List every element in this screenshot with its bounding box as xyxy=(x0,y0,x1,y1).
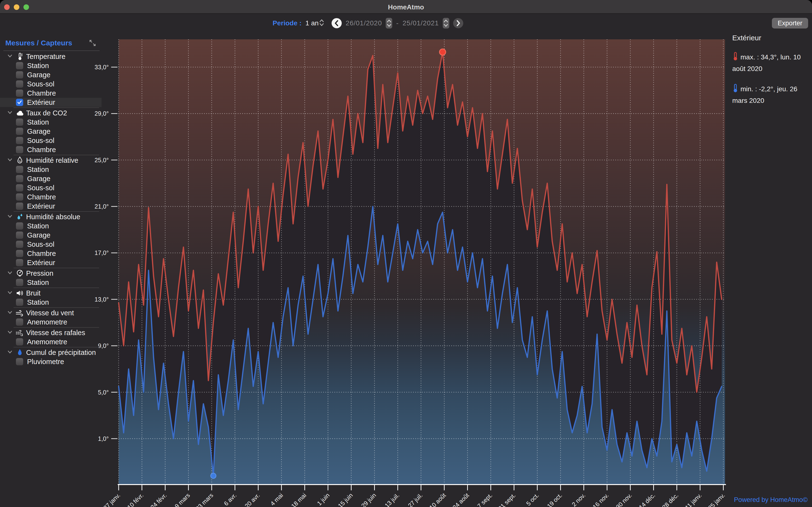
sensor-item-station[interactable]: Station xyxy=(0,278,101,287)
sensor-group-bruit[interactable]: Bruit xyxy=(0,288,101,298)
temperature-chart[interactable]: 33,0°29,0°25,0°21,0°17,0°13,0°9,0°5,0°1,… xyxy=(0,0,812,507)
sensor-item-ext-rieur[interactable]: Extérieur xyxy=(0,202,101,211)
sensor-label: Garage xyxy=(27,71,51,79)
group-label: Temperature xyxy=(26,53,65,61)
checkbox-unchecked[interactable] xyxy=(16,119,23,126)
checkbox-unchecked[interactable] xyxy=(16,137,23,144)
powered-by-link[interactable]: Powered by HomeAtmo© xyxy=(734,496,808,504)
checkbox-unchecked[interactable] xyxy=(16,358,23,365)
chevron-down-icon[interactable] xyxy=(7,270,15,277)
sensor-item-sous-sol[interactable]: Sous-sol xyxy=(0,183,101,192)
cloud-icon xyxy=(15,109,24,117)
x-tick-label: 27 juil. xyxy=(407,492,424,507)
sensor-item-pluviometre[interactable]: Pluviometre xyxy=(0,357,101,366)
sensor-item-ext-rieur[interactable]: Extérieur xyxy=(0,98,101,107)
x-tick-label: 14 déc. xyxy=(638,492,656,507)
sensor-label: Pluviometre xyxy=(27,358,64,366)
checkbox-unchecked[interactable] xyxy=(16,128,23,135)
checkbox-unchecked[interactable] xyxy=(16,71,23,78)
chevron-down-icon[interactable] xyxy=(7,329,15,336)
sensor-item-sous-sol[interactable]: Sous-sol xyxy=(0,79,101,89)
checkbox-unchecked[interactable] xyxy=(16,222,23,230)
group-divider xyxy=(13,211,99,212)
checkbox-unchecked[interactable] xyxy=(16,259,23,266)
checkbox-unchecked[interactable] xyxy=(16,338,23,345)
sensor-label: Station xyxy=(27,279,49,287)
checkbox-unchecked[interactable] xyxy=(16,166,23,173)
sensor-item-station[interactable]: Station xyxy=(0,298,101,307)
x-tick-label: 7 sept. xyxy=(476,492,494,507)
sensor-item-garage[interactable]: Garage xyxy=(0,70,101,79)
checkbox-unchecked[interactable] xyxy=(16,184,23,191)
checkbox-unchecked[interactable] xyxy=(16,241,23,248)
checkbox-unchecked[interactable] xyxy=(16,62,23,69)
sensor-label: Sous-sol xyxy=(27,137,54,145)
checkbox-unchecked[interactable] xyxy=(16,299,23,306)
sensor-label: Extérieur xyxy=(27,259,55,267)
sensor-item-sous-sol[interactable]: Sous-sol xyxy=(0,136,101,145)
group-divider xyxy=(13,268,99,268)
x-tick-label: 15 juin xyxy=(337,492,354,507)
x-tick-label: 19 oct. xyxy=(546,492,563,507)
sensor-group-humidit-absolue[interactable]: Humidité absolue xyxy=(0,212,101,221)
sensor-label: Chambre xyxy=(27,89,56,97)
sensor-item-anemometre[interactable]: Anemometre xyxy=(0,337,101,346)
x-tick-label: 4 mai xyxy=(269,492,284,507)
x-tick-label: 6 avr. xyxy=(222,492,238,507)
checkbox-unchecked[interactable] xyxy=(16,90,23,97)
sensor-group-vitesse-des-rafales[interactable]: Vitesse des rafales xyxy=(0,328,101,337)
sensor-item-chambre[interactable]: Chambre xyxy=(0,249,101,258)
humidity-icon: % xyxy=(15,157,24,164)
sensor-item-station[interactable]: Station xyxy=(0,61,101,70)
x-tick-label: 24 août xyxy=(451,492,470,507)
sensor-group-taux-de-co2[interactable]: Taux de CO2 xyxy=(0,108,101,118)
expand-sidebar-icon[interactable] xyxy=(89,39,96,48)
chevron-down-icon[interactable] xyxy=(7,157,15,164)
sensor-item-chambre[interactable]: Chambre xyxy=(0,192,101,202)
sensor-item-garage[interactable]: Garage xyxy=(0,127,101,136)
checkbox-unchecked[interactable] xyxy=(16,319,23,326)
info-panel-title: Extérieur xyxy=(732,34,810,42)
sensor-item-station[interactable]: Station xyxy=(0,165,101,174)
sensor-label: Garage xyxy=(27,127,51,135)
checkbox-unchecked[interactable] xyxy=(16,175,23,182)
checkbox-unchecked[interactable] xyxy=(16,193,23,201)
chevron-down-icon[interactable] xyxy=(7,53,15,60)
sensor-label: Chambre xyxy=(27,146,56,154)
group-label: Pression xyxy=(26,270,53,277)
checkbox-unchecked[interactable] xyxy=(16,279,23,286)
checkbox-unchecked[interactable] xyxy=(16,146,23,153)
sensor-group-temperature[interactable]: Temperature xyxy=(0,52,101,61)
sensor-item-chambre[interactable]: Chambre xyxy=(0,145,101,154)
chevron-down-icon[interactable] xyxy=(7,289,15,297)
x-tick-label: 11 janv. xyxy=(684,492,703,507)
checkbox-unchecked[interactable] xyxy=(16,80,23,88)
sensor-group-humidit-relative[interactable]: %Humidité relative xyxy=(0,156,101,165)
sensor-group-cumul-de-pr-cipitation[interactable]: Cumul de précipitation xyxy=(0,348,101,357)
x-tick-label: 20 avr. xyxy=(243,492,261,507)
checkbox-unchecked[interactable] xyxy=(16,231,23,239)
checkbox-unchecked[interactable] xyxy=(16,250,23,257)
sensor-item-anemometre[interactable]: Anemometre xyxy=(0,318,101,327)
sensor-item-station[interactable]: Station xyxy=(0,118,101,127)
chevron-down-icon[interactable] xyxy=(7,109,15,117)
sensor-label: Station xyxy=(27,62,49,70)
max-point-marker[interactable] xyxy=(439,49,446,55)
sensor-item-sous-sol[interactable]: Sous-sol xyxy=(0,240,101,249)
chevron-down-icon[interactable] xyxy=(7,213,15,220)
sensor-item-garage[interactable]: Garage xyxy=(0,174,101,183)
sensor-group-pression[interactable]: Pression xyxy=(0,269,101,278)
sensor-item-station[interactable]: Station xyxy=(0,221,101,231)
checkbox-unchecked[interactable] xyxy=(16,203,23,210)
sensor-group-vitesse-du-vent[interactable]: Vitesse du vent xyxy=(0,308,101,318)
speaker-icon xyxy=(15,289,24,297)
sensor-item-chambre[interactable]: Chambre xyxy=(0,89,101,98)
x-tick-label: 5 oct. xyxy=(525,492,540,507)
chevron-down-icon[interactable] xyxy=(7,309,15,317)
sensor-item-ext-rieur[interactable]: Extérieur xyxy=(0,258,101,267)
chevron-down-icon[interactable] xyxy=(7,349,15,356)
sensor-item-garage[interactable]: Garage xyxy=(0,231,101,240)
group-label: Humidité relative xyxy=(26,157,78,164)
min-point-marker[interactable] xyxy=(211,473,216,478)
checkbox-checked[interactable] xyxy=(16,99,23,106)
